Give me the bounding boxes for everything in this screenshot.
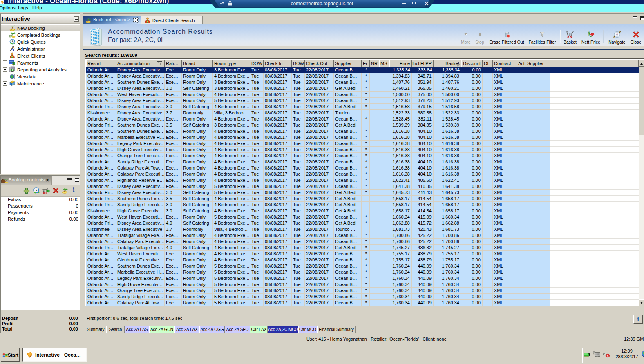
- svg-text:$: $: [12, 61, 15, 66]
- svg-text:$: $: [588, 31, 590, 36]
